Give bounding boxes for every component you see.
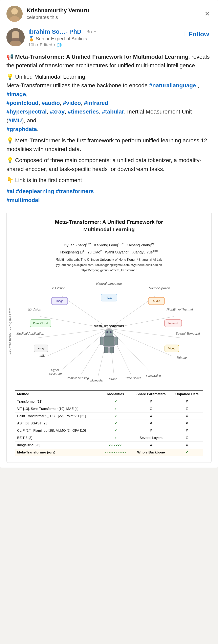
hashtag-pointcloud[interactable]: #pointcloud <box>7 100 39 106</box>
hashtag-hyperspectral[interactable]: #hyperspectral <box>7 108 47 115</box>
svg-rect-55 <box>105 330 113 336</box>
author-name[interactable]: Ibrahim So…- PhD <box>28 28 81 35</box>
card-header: Krishnamurthy Vemuru celebrates this ⋮ ✕ <box>0 0 218 25</box>
svg-text:spectrum: spectrum <box>49 372 62 375</box>
method-modalities: ✔ <box>100 420 131 427</box>
svg-rect-59 <box>100 337 103 345</box>
hashtag-image[interactable]: #image <box>7 91 26 98</box>
author-emoji: 🏅 <box>28 36 34 41</box>
hashtag-multimodal[interactable]: #multimodal <box>7 197 40 203</box>
post-content: 📢 Meta-Transformer: A Unified Framework … <box>0 51 218 212</box>
col-unpaired: Unpaired Data <box>171 390 203 398</box>
paper-title: Meta-Transformer: A Unified Framework fo… <box>15 218 203 233</box>
svg-text:Molecular: Molecular <box>90 379 104 382</box>
method-modalities: ✔ <box>100 427 131 434</box>
table-row: CLIP [24], Flamingo [25], VLMO [2], OFA … <box>15 427 203 434</box>
follow-plus-icon: + <box>183 30 187 38</box>
table-row: BEiT-3 [3] ✔ Several Layers ✗ <box>15 434 203 442</box>
table-row: AST [6], SSAST [23] ✔ ✗ ✗ <box>15 420 203 427</box>
method-share: Several Layers <box>131 434 171 442</box>
more-icon[interactable]: ⋮ <box>191 9 200 19</box>
method-name: AST [6], SSAST [23] <box>15 420 100 427</box>
table-row: Transformer [11] ✔ ✗ ✗ <box>15 398 203 405</box>
svg-text:IMU: IMU <box>39 354 45 358</box>
svg-text:3D Vision: 3D Vision <box>28 308 41 311</box>
paragraph-2: 💡 Unified Multimodal Learning. Meta-Tran… <box>7 72 211 134</box>
method-modalities: ✔ <box>100 405 131 412</box>
modalities-diagram: Natural Language 2D Vision Sound/Speech … <box>15 278 203 383</box>
method-name: ViT [13], Swin Transformer [19], MAE [4] <box>15 405 100 412</box>
hashtag-audio[interactable]: #audio <box>42 100 60 106</box>
follow-label: Follow <box>189 30 209 38</box>
method-modalities: ✔ <box>100 434 131 442</box>
svg-rect-7 <box>12 38 19 41</box>
method-unpaired: ✔ <box>171 449 203 456</box>
method-modalities: ✔✔✔✔✔✔ <box>100 442 131 449</box>
paragraph-3: 💡 Meta-Transformer is the first framewor… <box>7 136 211 154</box>
svg-text:Remote Sensing: Remote Sensing <box>67 376 89 380</box>
col-modalities: Modalities <box>100 390 131 398</box>
svg-rect-58 <box>104 336 114 346</box>
method-name: CLIP [24], Flamingo [25], VLMO [2], OFA … <box>15 427 100 434</box>
svg-text:Nighttime/Thermal: Nighttime/Thermal <box>166 308 193 311</box>
svg-text:Spatial-Temporal: Spatial-Temporal <box>176 332 200 335</box>
close-icon[interactable]: ✕ <box>203 8 211 19</box>
author-badge: · 3rd+ <box>84 29 96 34</box>
method-unpaired: ✗ <box>171 420 203 427</box>
globe-icon: 🌐 <box>57 42 62 48</box>
col-method: Method <box>15 390 100 398</box>
method-unpaired: ✗ <box>171 405 203 412</box>
follow-button[interactable]: + Follow <box>180 28 211 40</box>
hashtag-deeplearning[interactable]: #deeplearning <box>16 188 54 194</box>
svg-point-57 <box>110 331 112 333</box>
method-unpaired: ✗ <box>171 427 203 434</box>
method-modalities: ✔✔✔✔✔✔✔✔✔✔ <box>100 449 131 456</box>
method-name: Transformer [11] <box>15 398 100 405</box>
hashtag-xray[interactable]: #xray <box>50 108 65 115</box>
svg-text:Audio: Audio <box>153 300 160 303</box>
hashtag-naturallanguage[interactable]: #naturallanguage <box>149 82 196 88</box>
hashtag-graphdata[interactable]: #graphdata <box>7 126 37 132</box>
footer-hashtags: #ai #deeplearning #transformers #multimo… <box>7 187 211 204</box>
method-unpaired: ✗ <box>171 412 203 420</box>
table-row: ViT [13], Swin Transformer [19], MAE [4]… <box>15 405 203 412</box>
svg-point-1 <box>11 8 18 14</box>
comparison-table: Method Modalities Share Parameters Unpai… <box>15 390 203 456</box>
svg-point-56 <box>106 331 108 333</box>
hashtag-video[interactable]: #video <box>63 100 81 106</box>
svg-text:Graph: Graph <box>109 377 117 381</box>
hashtag-transformers[interactable]: #transformers <box>56 188 94 194</box>
header-actions: ⋮ ✕ <box>191 8 211 19</box>
hashtag-imu[interactable]: #IMU <box>8 117 22 124</box>
method-share: ✗ <box>131 442 171 449</box>
sharer-name: Krishnamurthy Vemuru <box>27 7 187 14</box>
paragraph-1: 📢 Meta-Transformer: A Unified Framework … <box>7 52 211 70</box>
svg-rect-61 <box>104 347 108 353</box>
linkedin-post-card: Krishnamurthy Vemuru celebrates this ⋮ ✕… <box>0 0 218 468</box>
author-meta: 10h • Edited • 🌐 <box>28 42 177 48</box>
method-share: ✗ <box>131 405 171 412</box>
svg-text:Meta-Transformer: Meta-Transformer <box>94 324 124 328</box>
method-share: ✗ <box>131 412 171 420</box>
author-title-text: Senior Expert of Artificial… <box>36 36 93 41</box>
hashtag-ai[interactable]: #ai <box>7 188 14 194</box>
table-row: Point Transformer[9], PCT [22], Point Vi… <box>15 412 203 420</box>
sharer-avatar <box>7 6 23 22</box>
method-share: ✗ <box>131 398 171 405</box>
cta-text: 👇 Link is in the first comment <box>7 176 211 184</box>
hashtag-infrared[interactable]: #infrared <box>84 100 108 106</box>
method-name: Point Transformer[9], PCT [22], Point Vi… <box>15 412 100 420</box>
table-row: ImageBind [26] ✔✔✔✔✔✔ ✗ ✗ <box>15 442 203 449</box>
hashtag-tabular[interactable]: #tabular <box>102 108 124 115</box>
arxiv-sidebar: arXiv:2307.10802v1 [cs.CV] 20 Jul 2023 <box>9 308 12 354</box>
svg-text:Medical Application: Medical Application <box>16 332 44 335</box>
paper-divider <box>15 237 203 237</box>
svg-rect-60 <box>115 337 118 345</box>
method-unpaired: ✗ <box>171 442 203 449</box>
svg-text:Image: Image <box>56 300 64 303</box>
hashtag-timeseries[interactable]: #timeseries <box>68 108 99 115</box>
sharer-info: Krishnamurthy Vemuru celebrates this <box>27 7 187 20</box>
paper-preview: Meta-Transformer: A Unified Framework fo… <box>7 212 211 463</box>
table-row: Meta-Transformer (ours) ✔✔✔✔✔✔✔✔✔✔ Whole… <box>15 449 203 456</box>
svg-text:Forecasting: Forecasting <box>146 374 161 377</box>
